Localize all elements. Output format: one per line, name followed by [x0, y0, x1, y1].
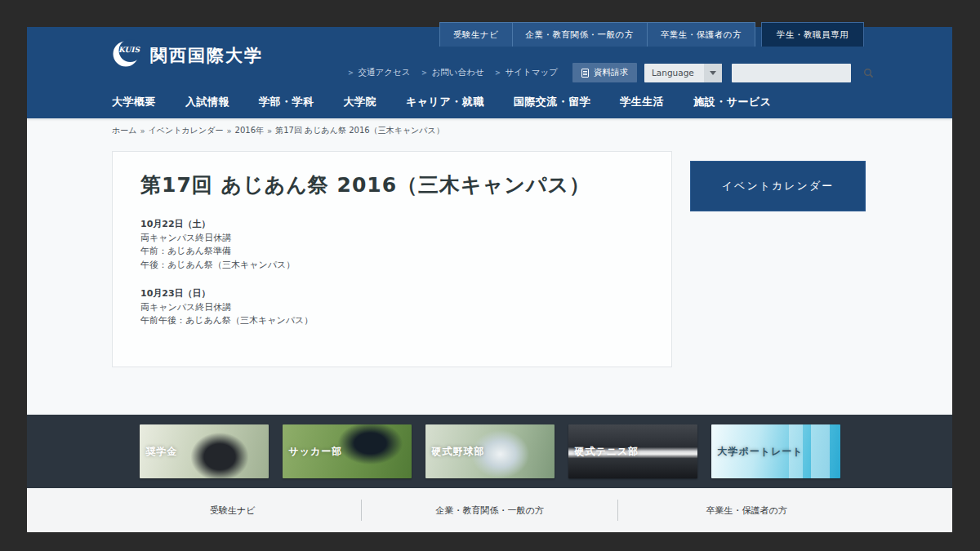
top-tabs: 受験生ナビ 企業・教育関係・一般の方 卒業生・保護者の方 学生・教職員専用 [439, 22, 864, 47]
breadcrumb-home[interactable]: ホーム [112, 125, 136, 136]
footer-link-corporate-general[interactable]: 企業・教育関係・一般の方 [362, 504, 618, 517]
brochure-request-label: 資料請求 [594, 67, 628, 78]
banner-soccer-club[interactable]: サッカー部 [283, 424, 412, 478]
site-window: 受験生ナビ 企業・教育関係・一般の方 卒業生・保護者の方 学生・教職員専用 KU… [27, 27, 952, 532]
main-navigation: 大学概要 入試情報 学部・学科 大学院 キャリア・就職 国際交流・留学 学生生活… [112, 95, 772, 109]
footer-link-exam-navi[interactable]: 受験生ナビ [105, 504, 361, 517]
search-icon[interactable] [863, 64, 874, 82]
link-sitemap[interactable]: ＞ サイトマップ [494, 67, 558, 78]
chevron-down-icon [704, 64, 722, 82]
nav-admissions[interactable]: 入試情報 [185, 95, 229, 109]
banner-tennis-club[interactable]: 硬式テニス部 [568, 424, 697, 478]
nav-facilities-services[interactable]: 施設・サービス [693, 95, 771, 109]
tab-alumni-guardians[interactable]: 卒業生・保護者の方 [647, 23, 755, 47]
nav-university-overview[interactable]: 大学概要 [112, 95, 156, 109]
nav-student-life[interactable]: 学生生活 [620, 95, 664, 109]
event-article-card: 第17回 あじあん祭 2016（三木キャンパス） 10月22日（土） 両キャンパ… [112, 151, 672, 367]
tab-exam-navi[interactable]: 受験生ナビ [440, 23, 512, 47]
tab-students-faculty[interactable]: 学生・教職員専用 [761, 22, 864, 47]
event-day-block-1: 10月22日（土） 両キャンパス終日休講 午前：あじあん祭準備 午後：あじあん祭… [140, 218, 644, 272]
main-content: ホーム » イベントカレンダー » 2016年 » 第17回 あじあん祭 201… [27, 118, 952, 415]
chevron-right-icon: ＞ [347, 67, 355, 78]
kuis-crescent-icon: KUIS [112, 39, 143, 72]
university-name: 関西国際大学 [150, 44, 263, 67]
chevron-right-icon: ＞ [421, 67, 429, 78]
page-title: 第17回 あじあん祭 2016（三木キャンパス） [140, 171, 644, 198]
nav-faculties[interactable]: 学部・学科 [259, 95, 314, 109]
event-detail: 両キャンパス終日休講 [140, 232, 644, 246]
banner-university-portrait-label: 大学ポートレート [718, 445, 804, 459]
breadcrumb-current-page: 第17回 あじあん祭 2016（三木キャンパス） [275, 125, 444, 136]
banner-university-portrait[interactable]: 大学ポートレート [711, 424, 840, 478]
banner-scholarship[interactable]: 奨学金 [140, 424, 269, 478]
banner-soccer-club-label: サッカー部 [289, 445, 343, 459]
event-detail: 両キャンパス終日休講 [140, 301, 644, 315]
breadcrumb-2016[interactable]: 2016年 [235, 125, 264, 136]
link-access[interactable]: ＞ 交通アクセス [347, 67, 411, 78]
link-contact[interactable]: ＞ お問い合わせ [421, 67, 484, 78]
banner-baseball-club-label: 硬式野球部 [432, 445, 485, 459]
event-detail: 午前午後：あじあん祭（三木キャンパス） [140, 314, 644, 328]
breadcrumb-event-calendar[interactable]: イベントカレンダー [149, 125, 224, 136]
nav-international[interactable]: 国際交流・留学 [514, 95, 591, 109]
breadcrumb-separator: » [140, 127, 145, 136]
site-search [732, 64, 851, 82]
banner-tennis-club-label: 硬式テニス部 [575, 445, 639, 459]
event-calendar-button[interactable]: イベントカレンダー [690, 161, 866, 211]
link-sitemap-label: サイトマップ [506, 67, 558, 78]
event-detail: 午前：あじあん祭準備 [140, 245, 644, 259]
nav-graduate-school[interactable]: 大学院 [344, 95, 377, 109]
site-footer: 受験生ナビ 企業・教育関係・一般の方 卒業生・保護者の方 [27, 488, 952, 532]
event-detail: 午後：あじあん祭（三木キャンパス） [140, 259, 644, 273]
link-contact-label: お問い合わせ [432, 67, 484, 78]
banner-baseball-club[interactable]: 硬式野球部 [425, 424, 555, 478]
university-logo[interactable]: KUIS 関西国際大学 [112, 39, 263, 72]
language-dropdown-value: Language [644, 68, 704, 78]
event-date: 10月23日（日） [140, 287, 644, 301]
breadcrumb: ホーム » イベントカレンダー » 2016年 » 第17回 あじあん祭 201… [112, 125, 444, 136]
header-utility-row: ＞ 交通アクセス ＞ お問い合わせ ＞ サイトマップ 資料請求 Language [347, 63, 851, 82]
breadcrumb-separator: » [226, 127, 231, 136]
brochure-request-button[interactable]: 資料請求 [572, 63, 637, 82]
event-day-block-2: 10月23日（日） 両キャンパス終日休講 午前午後：あじあん祭（三木キャンパス） [140, 287, 644, 328]
footer-link-alumni-guardians[interactable]: 卒業生・保護者の方 [618, 504, 875, 517]
chevron-right-icon: ＞ [494, 67, 502, 78]
search-input[interactable] [732, 64, 863, 82]
event-date: 10月22日（土） [140, 218, 644, 232]
language-dropdown[interactable]: Language [644, 64, 722, 82]
breadcrumb-separator: » [267, 127, 272, 136]
nav-career[interactable]: キャリア・就職 [406, 95, 484, 109]
banner-scholarship-label: 奨学金 [146, 445, 178, 459]
document-icon [581, 69, 589, 78]
link-access-label: 交通アクセス [359, 67, 411, 78]
tab-corporate-general[interactable]: 企業・教育関係・一般の方 [512, 23, 647, 47]
banner-strip: 奨学金 サッカー部 硬式野球部 硬式テニス部 大学ポートレート [27, 415, 952, 488]
svg-text:KUIS: KUIS [118, 46, 141, 54]
top-tab-group: 受験生ナビ 企業・教育関係・一般の方 卒業生・保護者の方 [439, 22, 755, 47]
